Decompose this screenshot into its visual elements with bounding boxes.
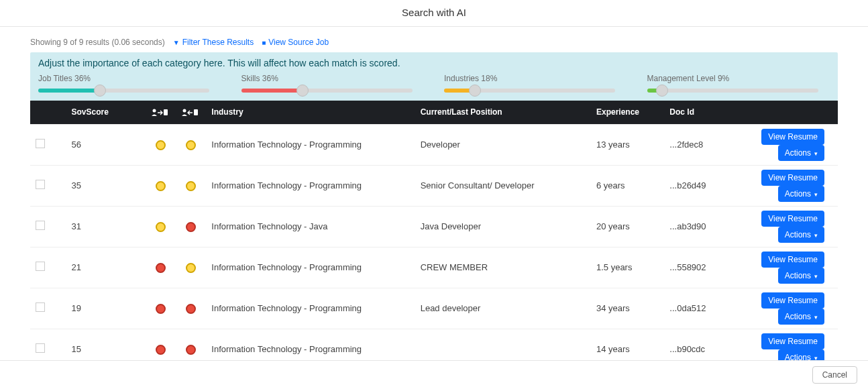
table-row: 31Information Technology - JavaJava Deve… (30, 206, 838, 247)
match-status-dot-2 (186, 181, 196, 191)
col-match-icon-2[interactable] (176, 101, 206, 124)
importance-panel-title: Adjust the importance of each category h… (38, 58, 830, 68)
row-checkbox[interactable] (36, 180, 45, 189)
experience-value: 14 years (591, 329, 664, 360)
docid-value: ...b90cdc (664, 329, 718, 360)
position-value: Developer (415, 124, 591, 165)
industry-value: Information Technology - Programming (206, 247, 415, 288)
sovscore-value: 19 (66, 288, 146, 329)
cancel-button[interactable]: Cancel (812, 366, 857, 384)
industry-value: Information Technology - Programming (206, 288, 415, 329)
importance-slider-0: Job Titles 36% (38, 74, 221, 93)
row-checkbox[interactable] (36, 262, 45, 271)
importance-panel: Adjust the importance of each category h… (30, 52, 838, 101)
match-status-dot-1 (156, 140, 166, 150)
match-status-dot-1 (156, 181, 166, 191)
col-match-icon-1[interactable] (146, 101, 176, 124)
footer: Cancel (0, 360, 868, 389)
industry-value: Information Technology - Programming (206, 124, 415, 165)
svg-point-2 (183, 109, 186, 112)
actions-dropdown-button[interactable]: Actions (778, 227, 824, 243)
importance-slider-label: Industries 18% (444, 74, 627, 83)
col-actions (718, 101, 838, 124)
row-checkbox[interactable] (36, 302, 45, 312)
actions-dropdown-button[interactable]: Actions (778, 268, 824, 284)
svg-rect-3 (194, 109, 198, 115)
slider-thumb[interactable] (469, 85, 481, 97)
col-position[interactable]: Current/Last Position (415, 101, 591, 124)
table-row: 56Information Technology - ProgrammingDe… (30, 124, 838, 165)
slider-thumb[interactable] (656, 85, 668, 97)
header: Search with AI (0, 0, 868, 27)
col-industry[interactable]: Industry (206, 101, 415, 124)
position-value: Java Developer (415, 206, 591, 247)
actions-dropdown-button[interactable]: Actions (778, 349, 824, 360)
importance-slider-3: Management Level 9% (647, 74, 830, 93)
slider-thumb[interactable] (296, 85, 309, 97)
match-status-dot-2 (186, 222, 196, 232)
docid-value: ...ab3d90 (664, 206, 718, 247)
table-row: 19Information Technology - ProgrammingLe… (30, 288, 838, 329)
match-status-dot-1 (156, 345, 166, 355)
view-resume-button[interactable]: View Resume (761, 170, 824, 186)
actions-dropdown-button[interactable]: Actions (778, 186, 824, 202)
match-status-dot-2 (186, 263, 196, 273)
col-experience[interactable]: Experience (591, 101, 664, 124)
filter-results-label: Filter These Results (182, 38, 254, 47)
experience-value: 20 years (591, 206, 664, 247)
row-checkbox[interactable] (36, 343, 45, 353)
view-resume-button[interactable]: View Resume (761, 292, 824, 309)
filter-results-link[interactable]: ▼ Filter These Results (173, 38, 254, 47)
results-count-text: Showing 9 of 9 results (0.06 seconds) (30, 38, 165, 47)
match-status-dot-1 (156, 222, 166, 232)
view-source-job-link[interactable]: ■ View Source Job (262, 38, 329, 47)
match-status-dot-2 (186, 140, 196, 150)
view-resume-button[interactable]: View Resume (761, 211, 824, 227)
view-resume-button[interactable]: View Resume (761, 252, 824, 268)
svg-point-0 (153, 109, 156, 112)
position-value (415, 329, 591, 360)
docid-value: ...b26d49 (664, 165, 718, 206)
row-checkbox[interactable] (36, 221, 45, 230)
importance-slider-track[interactable] (647, 89, 818, 93)
experience-value: 13 years (591, 124, 664, 165)
page-title: Search with AI (0, 7, 868, 18)
position-value: Senior Consultant/ Developer (415, 165, 591, 206)
view-resume-button[interactable]: View Resume (761, 129, 824, 145)
row-checkbox[interactable] (36, 139, 45, 148)
col-checkbox (30, 101, 66, 124)
importance-slider-track[interactable] (241, 89, 413, 93)
results-table: SovScore (30, 101, 838, 360)
document-icon: ■ (262, 39, 266, 46)
table-row: 21Information Technology - ProgrammingCR… (30, 247, 838, 288)
industry-value: Information Technology - Java (206, 206, 415, 247)
info-line: Showing 9 of 9 results (0.06 seconds) ▼ … (30, 38, 838, 47)
importance-slider-1: Skills 36% (241, 74, 425, 93)
docid-value: ...558902 (664, 247, 718, 288)
col-docid[interactable]: Doc Id (664, 101, 718, 124)
table-row: 35Information Technology - ProgrammingSe… (30, 165, 838, 206)
sovscore-value: 15 (66, 329, 146, 360)
sovscore-value: 31 (66, 206, 146, 247)
person-to-doc-icon (151, 108, 168, 117)
position-value: CREW MEMBER (415, 247, 591, 288)
col-sovscore[interactable]: SovScore (66, 101, 146, 124)
importance-slider-track[interactable] (38, 89, 209, 93)
match-status-dot-1 (156, 263, 166, 273)
importance-slider-track[interactable] (444, 89, 615, 93)
actions-dropdown-button[interactable]: Actions (778, 309, 824, 325)
match-status-dot-2 (186, 304, 196, 314)
docid-value: ...0da512 (664, 288, 718, 329)
importance-slider-label: Management Level 9% (647, 74, 830, 83)
slider-thumb[interactable] (94, 85, 106, 97)
match-status-dot-1 (156, 304, 166, 314)
actions-dropdown-button[interactable]: Actions (778, 145, 824, 161)
filter-icon: ▼ (173, 39, 180, 46)
view-source-job-label: View Source Job (268, 38, 329, 47)
person-from-doc-icon (181, 108, 199, 117)
svg-rect-1 (164, 109, 168, 115)
importance-slider-label: Job Titles 36% (38, 74, 221, 83)
view-resume-button[interactable]: View Resume (761, 333, 824, 349)
sovscore-value: 35 (66, 165, 146, 206)
importance-slider-label: Skills 36% (241, 74, 425, 83)
